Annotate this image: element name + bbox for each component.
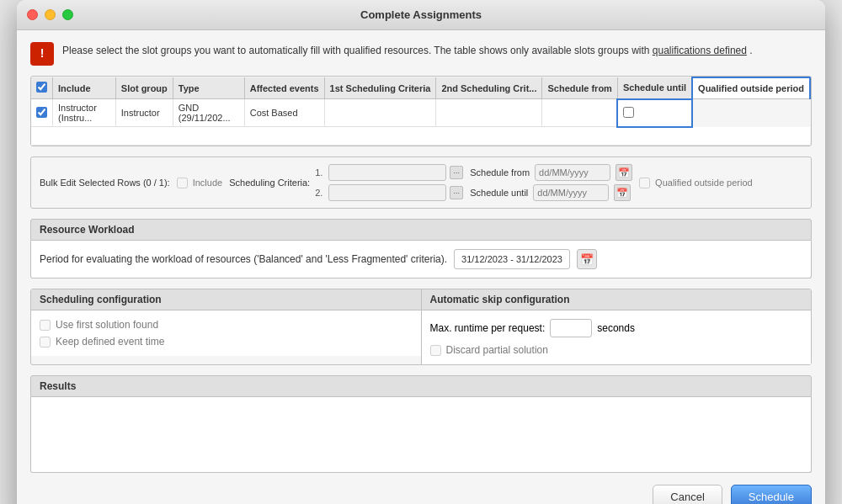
empty-cell (31, 127, 810, 146)
discard-partial-label: Discard partial solution (446, 344, 548, 356)
cell-schedule-until (542, 99, 617, 127)
keep-event-time-checkbox[interactable] (40, 337, 51, 347)
runtime-label: Max. runtime per request: (430, 322, 546, 334)
schedule-button[interactable]: Schedule (731, 485, 812, 504)
use-first-solution-row: Use first solution found (40, 319, 413, 331)
titlebar: Complete Assignments (17, 0, 825, 30)
criteria-num-2: 2. (315, 188, 325, 198)
workload-row: Period for evaluating the workload of re… (40, 249, 802, 269)
results-body (30, 397, 812, 473)
results-section: Results (30, 375, 812, 473)
schedule-until-calendar-icon[interactable]: 📅 (614, 184, 631, 201)
criteria-inputs: 1. ··· 2. ··· (315, 164, 463, 201)
empty-row (31, 127, 810, 146)
resource-workload-body: Period for evaluating the workload of re… (30, 241, 812, 279)
bulk-edit-label: Bulk Edit Selected Rows (0 / 1): (40, 178, 170, 188)
keep-event-time-label: Keep defined event time (56, 336, 164, 347)
schedule-from-input[interactable] (535, 164, 610, 181)
criteria-input-2[interactable] (328, 184, 446, 201)
col-header-checkbox (31, 77, 53, 99)
resource-workload-section: Resource Workload Period for evaluating … (30, 219, 812, 279)
schedule-until-label: Schedule until (470, 188, 528, 198)
cell-schedule-from (436, 99, 542, 127)
slot-groups-table: Include Slot group Type Affected events … (30, 76, 812, 146)
date-range-display: 31/12/2023 - 31/12/2023 (454, 249, 570, 269)
auto-skip-header: Automatic skip configuration (422, 289, 812, 310)
bulk-qualified-checkbox[interactable] (639, 178, 650, 188)
content-area: ! Please select the slot groups you want… (17, 30, 825, 504)
col-header-type: Type (173, 77, 244, 99)
col-header-schedule-until: Schedule until (617, 77, 692, 99)
use-first-solution-checkbox[interactable] (40, 320, 51, 331)
col-header-criteria-2: 2nd Scheduling Crit... (436, 77, 542, 99)
schedule-until-input[interactable] (533, 184, 609, 201)
qualified-outside-checkbox[interactable] (623, 107, 634, 118)
bulk-include-label: Include (193, 178, 222, 188)
auto-skip-col: Automatic skip configuration Max. runtim… (422, 289, 812, 364)
bulk-criteria-section: Scheduling Criteria: 1. ··· 2. ··· (229, 164, 463, 201)
col-header-affected-events: Affected events (244, 77, 324, 99)
cell-criteria-1: Cost Based (244, 99, 324, 127)
main-window: Complete Assignments ! Please select the… (17, 0, 825, 504)
row-checkbox-cell (31, 99, 53, 127)
discard-partial-row: Discard partial solution (430, 344, 803, 356)
maximize-button[interactable] (62, 9, 73, 20)
bulk-schedule-section: Schedule from 📅 Schedule until 📅 (470, 164, 632, 201)
cell-qualified-outside (617, 99, 692, 127)
col-header-criteria-1: 1st Scheduling Criteria (324, 77, 436, 99)
row-checkbox[interactable] (36, 107, 47, 118)
cell-slot-group: Instructor (Instru... (53, 99, 116, 127)
criteria-browse-1[interactable]: ··· (450, 166, 463, 179)
bulk-qualified-label: Qualified outside period (655, 178, 753, 188)
cell-affected-events: GND (29/11/202... (173, 99, 244, 127)
col-header-schedule-from: Schedule from (542, 77, 617, 99)
scheduling-config-header: Scheduling configuration (31, 289, 421, 310)
window-title: Complete Assignments (360, 8, 482, 21)
bulk-edit-row: Bulk Edit Selected Rows (0 / 1): Include… (30, 157, 812, 209)
bulk-include-checkbox[interactable] (177, 178, 188, 188)
criteria-browse-2[interactable]: ··· (450, 186, 463, 199)
schedule-from-row: Schedule from 📅 (470, 164, 632, 181)
criteria-input-1[interactable] (328, 164, 446, 181)
date-range-calendar-icon[interactable]: 📅 (577, 249, 597, 269)
cell-criteria-2 (324, 99, 436, 127)
workload-description: Period for evaluating the workload of re… (40, 253, 447, 265)
discard-partial-checkbox[interactable] (430, 345, 441, 356)
runtime-input[interactable] (550, 319, 592, 337)
col-header-slot-group: Slot group (115, 77, 173, 99)
resource-workload-header: Resource Workload (30, 219, 812, 241)
close-button[interactable] (27, 9, 38, 20)
runtime-row: Max. runtime per request: seconds (430, 319, 803, 337)
cell-type: Instructor (115, 99, 173, 127)
criteria-num-1: 1. (315, 167, 325, 178)
bulk-qualified-section: Qualified outside period (639, 178, 753, 188)
bulk-criteria-label: Scheduling Criteria: (229, 178, 310, 188)
warning-icon: ! (30, 42, 54, 66)
config-section: Scheduling configuration Use first solut… (30, 289, 812, 365)
select-all-checkbox[interactable] (36, 82, 47, 93)
criteria-row-1: 1. ··· (315, 164, 463, 181)
use-first-solution-label: Use first solution found (56, 319, 158, 331)
window-controls (27, 9, 73, 20)
results-header: Results (30, 375, 812, 397)
bulk-include-section: Include (177, 178, 222, 188)
schedule-from-calendar-icon[interactable]: 📅 (616, 164, 632, 181)
scheduling-config-body: Use first solution found Keep defined ev… (31, 310, 421, 356)
cancel-button[interactable]: Cancel (653, 485, 722, 504)
scheduling-config-col: Scheduling configuration Use first solut… (31, 289, 422, 364)
schedule-from-label: Schedule from (470, 167, 530, 178)
keep-event-time-row: Keep defined event time (40, 336, 413, 347)
col-header-include: Include (53, 77, 116, 99)
col-header-qualified-outside: Qualified outside period (692, 77, 810, 99)
info-text: Please select the slot groups you want t… (62, 42, 753, 58)
footer: Cancel Schedule (30, 485, 812, 504)
criteria-row-2: 2. ··· (315, 184, 463, 201)
info-row: ! Please select the slot groups you want… (30, 42, 812, 66)
minimize-button[interactable] (45, 9, 56, 20)
auto-skip-body: Max. runtime per request: seconds Discar… (422, 310, 812, 364)
schedule-until-row: Schedule until 📅 (470, 184, 632, 201)
runtime-unit: seconds (597, 322, 635, 334)
table-row: Instructor (Instru... Instructor GND (29… (31, 99, 810, 127)
